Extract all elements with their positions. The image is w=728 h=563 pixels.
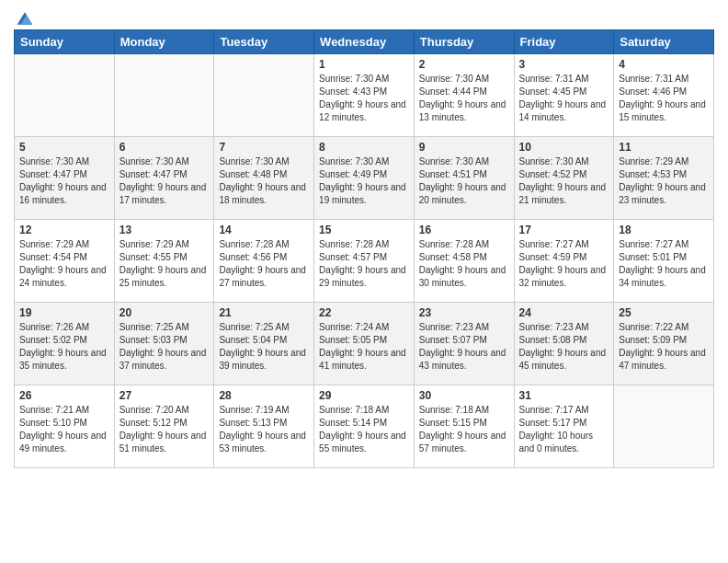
day-cell-8: 8Sunrise: 7:30 AM Sunset: 4:49 PM Daylig… [314,137,415,220]
week-row-3: 12Sunrise: 7:29 AM Sunset: 4:54 PM Dayli… [15,220,714,303]
day-number: 1 [319,58,409,71]
day-info: Sunrise: 7:18 AM Sunset: 5:14 PM Dayligh… [319,404,409,455]
day-cell-11: 11Sunrise: 7:29 AM Sunset: 4:53 PM Dayli… [614,137,714,220]
empty-cell-0-1 [114,54,214,137]
day-number: 4 [619,58,709,71]
day-cell-16: 16Sunrise: 7:28 AM Sunset: 4:58 PM Dayli… [414,220,514,303]
day-info: Sunrise: 7:30 AM Sunset: 4:43 PM Dayligh… [319,73,409,124]
day-number: 7 [219,141,309,154]
day-number: 2 [419,58,509,71]
day-number: 15 [319,224,409,236]
day-number: 14 [219,224,309,236]
day-cell-27: 27Sunrise: 7:20 AM Sunset: 5:12 PM Dayli… [114,385,214,468]
day-cell-19: 19Sunrise: 7:26 AM Sunset: 5:02 PM Dayli… [15,303,115,385]
day-number: 13 [119,224,210,236]
day-info: Sunrise: 7:31 AM Sunset: 4:46 PM Dayligh… [619,73,709,124]
day-cell-18: 18Sunrise: 7:27 AM Sunset: 5:01 PM Dayli… [614,220,714,303]
day-cell-23: 23Sunrise: 7:23 AM Sunset: 5:07 PM Dayli… [414,303,514,385]
day-number: 21 [219,306,309,319]
col-header-wednesday: Wednesday [314,30,415,54]
day-info: Sunrise: 7:23 AM Sunset: 5:08 PM Dayligh… [519,321,609,373]
calendar-body: 1Sunrise: 7:30 AM Sunset: 4:43 PM Daylig… [15,54,714,468]
empty-cell-4-6 [614,385,714,468]
day-number: 11 [619,141,709,154]
page-header [14,9,714,24]
day-cell-24: 24Sunrise: 7:23 AM Sunset: 5:08 PM Dayli… [514,303,614,385]
day-number: 29 [319,389,409,402]
day-info: Sunrise: 7:30 AM Sunset: 4:48 PM Dayligh… [219,155,309,207]
day-info: Sunrise: 7:25 AM Sunset: 5:04 PM Dayligh… [219,321,309,373]
day-cell-17: 17Sunrise: 7:27 AM Sunset: 4:59 PM Dayli… [514,220,614,303]
day-info: Sunrise: 7:19 AM Sunset: 5:13 PM Dayligh… [219,404,309,455]
day-number: 6 [119,141,210,154]
logo [14,9,34,24]
day-info: Sunrise: 7:30 AM Sunset: 4:44 PM Dayligh… [419,73,509,124]
day-cell-14: 14Sunrise: 7:28 AM Sunset: 4:56 PM Dayli… [214,220,314,303]
day-cell-9: 9Sunrise: 7:30 AM Sunset: 4:51 PM Daylig… [414,137,514,220]
day-number: 3 [519,58,609,71]
day-number: 10 [519,141,609,154]
day-info: Sunrise: 7:28 AM Sunset: 4:57 PM Dayligh… [319,238,409,290]
day-info: Sunrise: 7:30 AM Sunset: 4:47 PM Dayligh… [19,155,109,207]
day-number: 8 [319,141,409,154]
day-info: Sunrise: 7:30 AM Sunset: 4:52 PM Dayligh… [519,155,609,207]
day-cell-26: 26Sunrise: 7:21 AM Sunset: 5:10 PM Dayli… [15,385,115,468]
day-info: Sunrise: 7:31 AM Sunset: 4:45 PM Dayligh… [519,73,609,124]
day-info: Sunrise: 7:17 AM Sunset: 5:17 PM Dayligh… [519,404,609,455]
week-row-2: 5Sunrise: 7:30 AM Sunset: 4:47 PM Daylig… [15,137,714,220]
day-info: Sunrise: 7:30 AM Sunset: 4:47 PM Dayligh… [119,155,210,207]
calendar-header-row: SundayMondayTuesdayWednesdayThursdayFrid… [15,30,714,54]
day-number: 28 [219,389,309,402]
day-number: 23 [419,306,509,319]
day-number: 17 [519,224,609,236]
col-header-saturday: Saturday [614,30,714,54]
day-cell-20: 20Sunrise: 7:25 AM Sunset: 5:03 PM Dayli… [114,303,214,385]
logo-icon [16,9,34,28]
day-info: Sunrise: 7:29 AM Sunset: 4:55 PM Dayligh… [119,238,210,290]
day-info: Sunrise: 7:29 AM Sunset: 4:53 PM Dayligh… [619,155,709,207]
day-info: Sunrise: 7:27 AM Sunset: 4:59 PM Dayligh… [519,238,609,290]
day-cell-30: 30Sunrise: 7:18 AM Sunset: 5:15 PM Dayli… [414,385,514,468]
day-cell-13: 13Sunrise: 7:29 AM Sunset: 4:55 PM Dayli… [114,220,214,303]
day-cell-10: 10Sunrise: 7:30 AM Sunset: 4:52 PM Dayli… [514,137,614,220]
day-number: 16 [419,224,509,236]
day-cell-7: 7Sunrise: 7:30 AM Sunset: 4:48 PM Daylig… [214,137,314,220]
day-cell-5: 5Sunrise: 7:30 AM Sunset: 4:47 PM Daylig… [15,137,115,220]
day-info: Sunrise: 7:29 AM Sunset: 4:54 PM Dayligh… [19,238,109,290]
day-cell-6: 6Sunrise: 7:30 AM Sunset: 4:47 PM Daylig… [114,137,214,220]
week-row-1: 1Sunrise: 7:30 AM Sunset: 4:43 PM Daylig… [15,54,714,137]
day-info: Sunrise: 7:25 AM Sunset: 5:03 PM Dayligh… [119,321,210,373]
day-cell-29: 29Sunrise: 7:18 AM Sunset: 5:14 PM Dayli… [314,385,415,468]
col-header-thursday: Thursday [414,30,514,54]
week-row-5: 26Sunrise: 7:21 AM Sunset: 5:10 PM Dayli… [15,385,714,468]
day-info: Sunrise: 7:23 AM Sunset: 5:07 PM Dayligh… [419,321,509,373]
day-info: Sunrise: 7:30 AM Sunset: 4:49 PM Dayligh… [319,155,409,207]
empty-cell-0-2 [214,54,314,137]
day-number: 12 [19,224,109,236]
day-info: Sunrise: 7:21 AM Sunset: 5:10 PM Dayligh… [19,404,109,455]
day-info: Sunrise: 7:24 AM Sunset: 5:05 PM Dayligh… [319,321,409,373]
empty-cell-0-0 [15,54,115,137]
day-info: Sunrise: 7:28 AM Sunset: 4:58 PM Dayligh… [419,238,509,290]
day-info: Sunrise: 7:22 AM Sunset: 5:09 PM Dayligh… [619,321,709,373]
day-number: 5 [19,141,109,154]
day-number: 31 [519,389,609,402]
day-cell-21: 21Sunrise: 7:25 AM Sunset: 5:04 PM Dayli… [214,303,314,385]
col-header-monday: Monday [114,30,214,54]
day-cell-28: 28Sunrise: 7:19 AM Sunset: 5:13 PM Dayli… [214,385,314,468]
day-info: Sunrise: 7:28 AM Sunset: 4:56 PM Dayligh… [219,238,309,290]
col-header-friday: Friday [514,30,614,54]
day-info: Sunrise: 7:20 AM Sunset: 5:12 PM Dayligh… [119,404,210,455]
day-info: Sunrise: 7:27 AM Sunset: 5:01 PM Dayligh… [619,238,709,290]
day-cell-2: 2Sunrise: 7:30 AM Sunset: 4:44 PM Daylig… [414,54,514,137]
day-cell-15: 15Sunrise: 7:28 AM Sunset: 4:57 PM Dayli… [314,220,415,303]
day-cell-4: 4Sunrise: 7:31 AM Sunset: 4:46 PM Daylig… [614,54,714,137]
day-number: 22 [319,306,409,319]
day-info: Sunrise: 7:30 AM Sunset: 4:51 PM Dayligh… [419,155,509,207]
day-number: 27 [119,389,210,402]
col-header-sunday: Sunday [15,30,115,54]
day-cell-3: 3Sunrise: 7:31 AM Sunset: 4:45 PM Daylig… [514,54,614,137]
day-number: 25 [619,306,709,319]
day-number: 18 [619,224,709,236]
week-row-4: 19Sunrise: 7:26 AM Sunset: 5:02 PM Dayli… [15,303,714,385]
